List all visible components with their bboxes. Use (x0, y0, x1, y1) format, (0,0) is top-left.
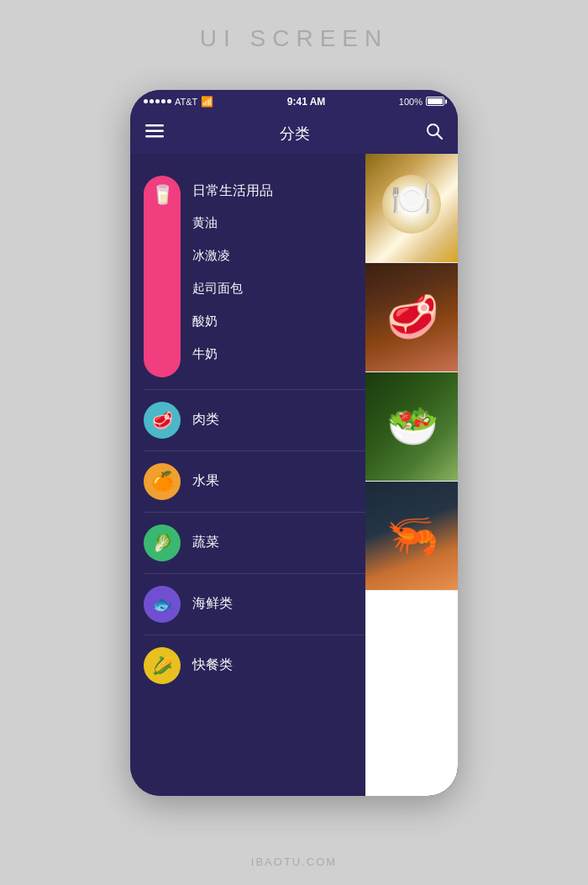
divider-3 (144, 512, 365, 513)
food-image-1 (365, 154, 458, 263)
phone-frame: AT&T 📶 9:41 AM 100% 分类 (130, 90, 458, 796)
battery-label: 100% (399, 97, 423, 107)
subcategory-cheesebread[interactable]: 起司面包 (192, 272, 273, 305)
seafood-icon-wrap: 🐟 (144, 586, 181, 623)
fastfood-label: 快餐类 (192, 656, 233, 674)
left-panel: 🥛 日常生活用品 黄油 冰激凌 起司面包 酸奶 牛奶 🥩 (130, 154, 365, 796)
menu-icon[interactable] (145, 124, 164, 142)
fastfood-icon: 🌽 (152, 656, 173, 676)
daily-goods-label: 日常生活用品 (192, 182, 273, 207)
veg-icon: 🥬 (152, 533, 173, 553)
fastfood-icon-wrap: 🌽 (144, 647, 181, 684)
status-right: 100% (399, 97, 444, 107)
subcategory-list: 日常生活用品 黄油 冰激凌 起司面包 酸奶 牛奶 (192, 176, 273, 377)
signal-dot-3 (155, 99, 160, 103)
meat-icon: 🥩 (152, 410, 173, 430)
meat-icon-wrap: 🥩 (144, 402, 181, 439)
signal-dot-5 (167, 99, 171, 103)
fruit-icon-wrap: 🍊 (144, 463, 181, 500)
divider-1 (144, 389, 365, 390)
signal-dot-1 (144, 99, 148, 103)
subcategory-butter[interactable]: 黄油 (192, 207, 273, 240)
fish-icon: 🐟 (152, 594, 173, 614)
ui-screen-label: UI SCREEN (200, 25, 388, 52)
page-wrapper: UI SCREEN AT&T 📶 9:41 AM 100% (0, 0, 588, 885)
signal-dot-4 (161, 99, 165, 103)
category-seafood[interactable]: 🐟 海鲜类 (144, 577, 365, 631)
divider-4 (144, 573, 365, 574)
divider-5 (144, 635, 365, 635)
fruit-label: 水果 (192, 472, 219, 490)
status-bar: AT&T 📶 9:41 AM 100% (130, 90, 458, 113)
search-icon[interactable] (426, 123, 443, 144)
status-time: 9:41 AM (287, 96, 326, 108)
food-image-4 (365, 482, 458, 591)
food-image-3 (365, 372, 458, 482)
svg-rect-2 (145, 135, 164, 138)
category-daily-goods[interactable]: 🥛 日常生活用品 黄油 冰激凌 起司面包 酸奶 牛奶 (144, 167, 365, 386)
subcategory-icecream[interactable]: 冰激凌 (192, 240, 273, 272)
wifi-icon: 📶 (201, 96, 213, 108)
svg-line-4 (437, 134, 442, 139)
nav-title: 分类 (280, 124, 310, 144)
carrier-label: AT&T (175, 97, 197, 107)
category-fruit[interactable]: 🍊 水果 (144, 455, 365, 508)
battery-bar (426, 97, 444, 106)
active-pill: 🥛 (144, 176, 181, 377)
svg-rect-1 (145, 130, 164, 133)
veg-icon-wrap: 🥬 (144, 524, 181, 561)
fruit-icon: 🍊 (151, 471, 174, 493)
main-content: 🥛 日常生活用品 黄油 冰激凌 起司面包 酸奶 牛奶 🥩 (130, 154, 458, 796)
food-image-2 (365, 263, 458, 372)
veg-label: 蔬菜 (192, 534, 219, 551)
svg-rect-0 (145, 124, 164, 127)
ibaotu-label: IBAOTU.COM (251, 856, 337, 868)
signal-dot-2 (150, 99, 154, 103)
category-meat[interactable]: 🥩 肉类 (144, 393, 365, 447)
subcategory-yogurt[interactable]: 酸奶 (192, 305, 273, 338)
category-vegetable[interactable]: 🥬 蔬菜 (144, 516, 365, 570)
milk-icon: 🥛 (151, 184, 174, 206)
status-left: AT&T 📶 (144, 96, 213, 108)
meat-label: 肉类 (192, 411, 219, 429)
right-panel (365, 154, 458, 796)
nav-bar: 分类 (130, 113, 458, 154)
category-fastfood[interactable]: 🌽 快餐类 (144, 639, 365, 693)
divider-2 (144, 450, 365, 451)
battery-fill (428, 98, 443, 104)
seafood-label: 海鲜类 (192, 595, 233, 613)
signal-dots (144, 99, 171, 103)
subcategory-milk[interactable]: 牛奶 (192, 338, 273, 371)
